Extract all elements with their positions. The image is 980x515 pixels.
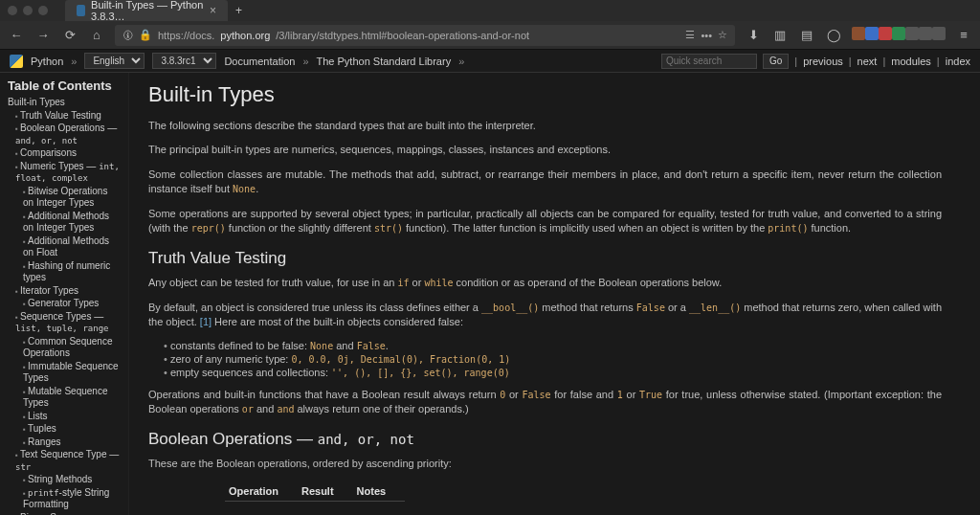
language-select[interactable]: English bbox=[84, 53, 145, 69]
modules-link[interactable]: modules bbox=[891, 56, 931, 67]
extension-icon[interactable] bbox=[919, 27, 932, 40]
pipe: | bbox=[794, 56, 797, 67]
close-icon[interactable] bbox=[8, 6, 17, 15]
toc-item[interactable]: Text Sequence Type — str bbox=[15, 449, 121, 473]
toolbar-right: ⬇ ▥ ▤ ◯ ≡ bbox=[745, 27, 972, 43]
back-button[interactable]: ← bbox=[8, 28, 25, 42]
page-body: Table of Contents Built-in TypesTruth Va… bbox=[0, 73, 980, 515]
truth-paragraph: Any object can be tested for truth value… bbox=[148, 276, 942, 290]
toc-item[interactable]: Hashing of numeric types bbox=[23, 260, 121, 284]
toc-item[interactable]: Truth Value Testing bbox=[15, 110, 121, 123]
account-icon[interactable]: ◯ bbox=[825, 28, 842, 42]
menu-icon[interactable]: ≡ bbox=[955, 28, 972, 42]
window-controls bbox=[8, 6, 48, 15]
footnote-ref[interactable]: [1] bbox=[200, 316, 212, 327]
intro-paragraph: Some operations are supported by several… bbox=[148, 207, 942, 236]
intro-paragraph: Some collection classes are mutable. The… bbox=[148, 168, 942, 197]
th-result: Result bbox=[298, 481, 353, 502]
lock-icon: 🔒 bbox=[139, 29, 152, 41]
toc-item[interactable]: Boolean Operations — and, or, not bbox=[15, 123, 121, 146]
tab-title: Built-in Types — Python 3.8.3… bbox=[91, 0, 204, 22]
intro-paragraph: The following sections describe the stan… bbox=[148, 119, 942, 133]
toc-item[interactable]: Tuples bbox=[23, 423, 121, 436]
library-icon[interactable]: ▥ bbox=[771, 28, 789, 42]
list-item: constants defined to be false: None and … bbox=[164, 340, 942, 351]
toc-item[interactable]: Mutable Sequence Types bbox=[23, 386, 121, 410]
home-button[interactable]: ⌂ bbox=[88, 28, 105, 42]
new-tab-button[interactable]: + bbox=[228, 0, 250, 21]
reload-button[interactable]: ⟳ bbox=[61, 28, 78, 42]
next-link[interactable]: next bbox=[858, 56, 878, 67]
search-go-button[interactable]: Go bbox=[763, 54, 789, 69]
stdlib-link[interactable]: The Python Standard Library bbox=[317, 56, 452, 67]
toc-item[interactable]: Built-in Types bbox=[8, 97, 121, 109]
extension-icon[interactable] bbox=[865, 27, 879, 40]
shield-icon[interactable]: 🛈 bbox=[122, 30, 133, 41]
toc-item[interactable]: Comparisons bbox=[15, 147, 121, 160]
docs-header: Python » English 3.8.3rc1 Documentation … bbox=[0, 50, 980, 73]
toc-item[interactable]: String Methods bbox=[23, 474, 121, 486]
tab-close-icon[interactable]: × bbox=[210, 4, 216, 17]
truth-paragraph: Operations and built-in functions that h… bbox=[148, 388, 942, 417]
falsy-list: constants defined to be false: None and … bbox=[164, 340, 942, 378]
python-link[interactable]: Python bbox=[31, 56, 63, 67]
extension-icon[interactable] bbox=[852, 27, 865, 40]
downloads-icon[interactable]: ⬇ bbox=[745, 28, 762, 42]
toc-item[interactable]: Additional Methods on Integer Types bbox=[23, 211, 121, 235]
toc-item[interactable]: Lists bbox=[23, 411, 121, 423]
toc-item[interactable]: Numeric Types — int, float, complex bbox=[15, 161, 121, 185]
toc-item[interactable]: Iterator Types bbox=[15, 285, 121, 298]
content-area: Built-in Types The following sections de… bbox=[129, 73, 980, 515]
pipe: | bbox=[849, 56, 852, 67]
section-truth-heading: Truth Value Testing bbox=[148, 249, 942, 268]
url-prefix: https://docs. bbox=[158, 30, 214, 41]
version-select[interactable]: 3.8.3rc1 bbox=[152, 53, 216, 69]
code-len: __len__() bbox=[689, 302, 741, 313]
toc-item[interactable]: Ranges bbox=[23, 437, 121, 449]
previous-link[interactable]: previous bbox=[803, 56, 843, 67]
maximize-icon[interactable] bbox=[38, 6, 48, 15]
bookmark-star-icon[interactable]: ☆ bbox=[718, 29, 727, 41]
section-boolops-heading: Boolean Operations — and, or, not bbox=[148, 430, 942, 449]
minimize-icon[interactable] bbox=[23, 6, 33, 15]
th-notes: Notes bbox=[353, 481, 406, 502]
tab-strip: Built-in Types — Python 3.8.3… × + bbox=[65, 0, 972, 21]
separator: » bbox=[71, 56, 77, 67]
table-header-row: Operation Result Notes bbox=[225, 481, 405, 502]
toc-item[interactable]: Generator Types bbox=[23, 298, 121, 310]
reader-mode-icon[interactable]: ☰ bbox=[685, 29, 695, 41]
extension-icon[interactable] bbox=[905, 27, 919, 40]
boolops-table: Operation Result Notes bbox=[225, 481, 405, 502]
extension-icon[interactable] bbox=[932, 27, 946, 40]
intro-paragraph: The principal built-in types are numeric… bbox=[148, 143, 942, 157]
toc-item[interactable]: printf-style String Formatting bbox=[23, 487, 121, 511]
code-none: None bbox=[233, 184, 256, 194]
toc-item[interactable]: Bitwise Operations on Integer Types bbox=[23, 186, 121, 210]
toc-item[interactable]: Sequence Types — list, tuple, range bbox=[15, 311, 121, 335]
url-bar[interactable]: 🛈 🔒 https://docs.python.org/3/library/st… bbox=[115, 25, 735, 46]
sidebar-icon[interactable]: ▤ bbox=[798, 28, 815, 42]
browser-tab[interactable]: Built-in Types — Python 3.8.3… × bbox=[65, 0, 228, 21]
code-false: False bbox=[636, 302, 665, 313]
page-actions-icon[interactable]: ••• bbox=[701, 30, 712, 41]
toc-item[interactable]: Additional Methods on Float bbox=[23, 235, 121, 259]
toc-item[interactable]: Immutable Sequence Types bbox=[23, 361, 121, 385]
documentation-link[interactable]: Documentation bbox=[224, 56, 295, 67]
toc-item[interactable]: Common Sequence Operations bbox=[23, 336, 121, 360]
code-bool: __bool__() bbox=[481, 302, 539, 313]
pipe: | bbox=[882, 56, 885, 67]
docs-search-input[interactable] bbox=[661, 54, 757, 69]
url-host: python.org bbox=[220, 30, 270, 41]
index-link[interactable]: index bbox=[946, 56, 970, 67]
separator: » bbox=[458, 56, 464, 67]
toc-item[interactable]: Binary Sequence Types — bytes, bytearray… bbox=[15, 512, 121, 516]
extension-icon[interactable] bbox=[879, 27, 892, 40]
forward-button[interactable]: → bbox=[34, 28, 52, 42]
code-str: str() bbox=[374, 223, 403, 234]
toc-title: Table of Contents bbox=[8, 78, 121, 93]
code-repr: repr() bbox=[191, 223, 226, 234]
code-if: if bbox=[398, 278, 410, 288]
extension-icon[interactable] bbox=[892, 27, 905, 40]
toc-sidebar: Table of Contents Built-in TypesTruth Va… bbox=[0, 73, 129, 515]
code-print: print() bbox=[768, 223, 808, 234]
